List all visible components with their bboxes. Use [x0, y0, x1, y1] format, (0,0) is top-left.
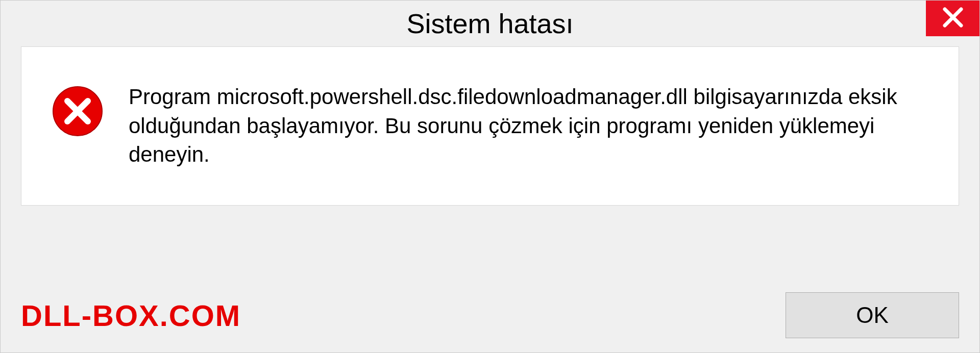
title-bar: Sistem hatası	[1, 1, 979, 46]
ok-button[interactable]: OK	[786, 292, 959, 338]
close-button[interactable]	[926, 1, 979, 36]
watermark-text: DLL-BOX.COM	[21, 298, 241, 333]
close-icon	[942, 6, 964, 31]
error-icon	[52, 86, 103, 137]
dialog-content: Program microsoft.powershell.dsc.filedow…	[21, 46, 959, 206]
dialog-title: Sistem hatası	[406, 8, 573, 39]
dialog-footer: DLL-BOX.COM OK	[21, 292, 959, 338]
dialog-message: Program microsoft.powershell.dsc.filedow…	[129, 83, 928, 169]
